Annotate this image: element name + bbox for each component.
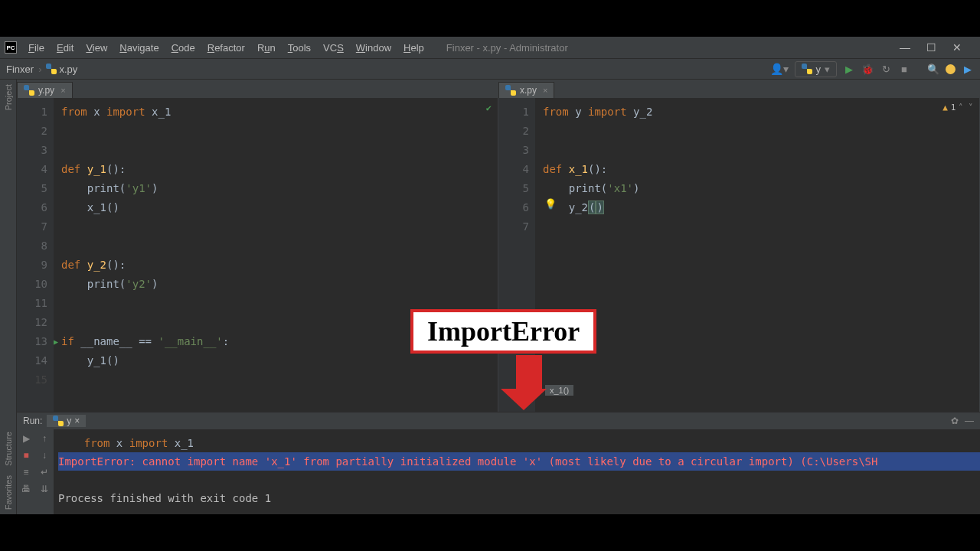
menu-help[interactable]: Help [398, 40, 430, 56]
crumb-project[interactable]: Finxer [6, 64, 34, 75]
run-line-marker-icon[interactable]: ▶ [54, 332, 58, 351]
menubar: PC File Edit View Navigate Code Refactor… [0, 37, 980, 58]
window-title: Finxer - x.py - Administrator [446, 42, 568, 54]
nav-bar: Finxer › x.py 👤▾ y ▾ ▶ 🐞 ↻ ■ 🔍 ▶ [0, 58, 980, 80]
scroll-button[interactable]: ⇊ [38, 483, 51, 495]
error-line: ImportError: cannot import name 'x_1' fr… [58, 452, 980, 471]
stop-button[interactable]: ■ [20, 449, 32, 461]
run-toolbar: ▶ ■ ≡ 🖶 ↑ ↓ ↵ ⇊ [17, 429, 54, 514]
user-icon[interactable]: 👤▾ [770, 63, 789, 75]
run-coverage-button[interactable]: ↻ [880, 63, 892, 75]
intention-bulb-icon[interactable]: 💡 [544, 198, 557, 210]
ide-status-icon[interactable] [946, 64, 956, 74]
console-output[interactable]: from x import x_1 ImportError: cannot im… [54, 429, 980, 514]
menu-vcs[interactable]: VCS [318, 40, 349, 56]
left-gutter: Project Structure Favorites [0, 80, 17, 514]
python-file-icon [46, 64, 57, 74]
menu-window[interactable]: Window [351, 40, 397, 56]
menu-code[interactable]: Code [166, 40, 201, 56]
up-button[interactable]: ↑ [38, 432, 51, 445]
maximize-button[interactable]: ☐ [923, 41, 939, 54]
hide-icon[interactable]: — [965, 416, 974, 426]
line-gutter: 12345678910111213▶1415 [17, 98, 54, 412]
overlay-error-label: ImportError [410, 309, 596, 354]
run-toolwindow: Run: y × ✿ — ▶ ■ [17, 412, 980, 514]
python-icon [802, 64, 812, 74]
wrap-button[interactable]: ↵ [38, 466, 51, 478]
editor-right-pane: x.py × ▲1˄ ˅ 1234567 💡 from y import y_2… [498, 80, 980, 412]
down-button[interactable]: ↓ [38, 449, 51, 461]
structure-toolwindow-button[interactable]: Structure [4, 432, 13, 466]
run-config-name: y [816, 64, 822, 75]
close-tab-icon[interactable]: × [543, 86, 547, 95]
run-session-tab[interactable]: y × [47, 415, 86, 427]
close-tab-icon[interactable]: × [60, 86, 65, 95]
run-config-selector[interactable]: y ▾ [795, 61, 838, 77]
menu-view[interactable]: View [80, 40, 113, 56]
debug-button[interactable]: 🐞 [861, 63, 874, 75]
menu-refactor[interactable]: Refactor [202, 40, 250, 56]
editor-left-pane: y.py × ✔ 12345678910111213▶1415 from x i… [17, 80, 498, 412]
code-editor-left[interactable]: ✔ 12345678910111213▶1415 from x import x… [17, 98, 498, 412]
exit-message: Process finished with exit code 1 [58, 492, 271, 504]
menu-edit[interactable]: Edit [51, 40, 79, 56]
python-file-icon [505, 85, 516, 96]
run-label: Run: [23, 416, 42, 426]
print-button[interactable]: 🖶 [20, 483, 32, 495]
menu-run[interactable]: Run [252, 40, 281, 56]
inspection-ok-icon: ✔ [486, 103, 492, 113]
menu-tools[interactable]: Tools [283, 40, 316, 56]
rerun-button[interactable]: ▶ [20, 432, 32, 445]
editor-tab-x[interactable]: x.py × [498, 82, 554, 98]
scientific-mode-icon[interactable]: ▶ [962, 63, 974, 75]
layout-button[interactable]: ≡ [20, 466, 32, 478]
stop-button[interactable]: ■ [898, 63, 910, 75]
settings-icon[interactable]: ✿ [951, 416, 959, 426]
minimize-button[interactable]: — [897, 41, 913, 54]
menu-navigate[interactable]: Navigate [114, 40, 164, 56]
project-toolwindow-button[interactable]: Project [4, 84, 13, 110]
crumb-file[interactable]: x.py [59, 64, 77, 75]
inspection-warning-indicator[interactable]: ▲1˄ ˅ [942, 103, 973, 112]
run-button[interactable]: ▶ [843, 63, 855, 75]
code-editor-right[interactable]: ▲1˄ ˅ 1234567 💡 from y import y_2 def x_… [498, 98, 979, 412]
menu-file[interactable]: File [23, 40, 50, 56]
close-tab-icon[interactable]: × [74, 416, 80, 426]
pycharm-logo: PC [5, 41, 17, 54]
overlay-arrow-icon [511, 355, 547, 410]
search-icon[interactable]: 🔍 [927, 63, 939, 75]
editor-tab-y[interactable]: y.py × [17, 82, 73, 98]
breadcrumb[interactable]: Finxer › x.py [6, 64, 77, 75]
code-tooltip: x_1() [544, 384, 574, 396]
favorites-toolwindow-button[interactable]: Favorites [4, 475, 13, 510]
python-icon [53, 416, 64, 426]
python-file-icon [24, 85, 34, 96]
close-button[interactable]: ✕ [949, 41, 965, 54]
